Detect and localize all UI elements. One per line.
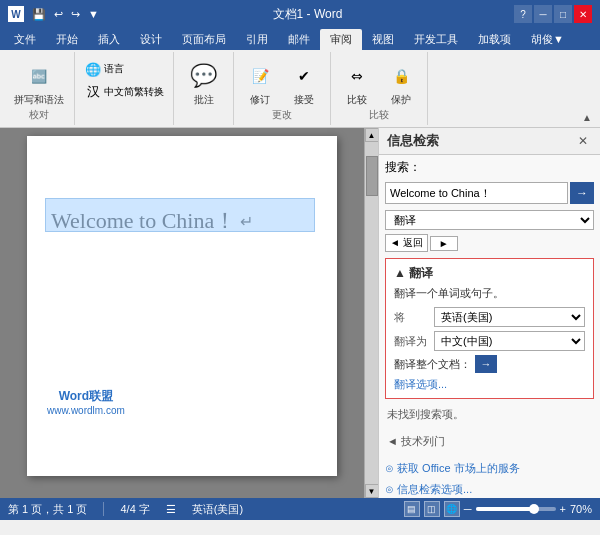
info-panel-header: 信息检索 ✕ [379, 128, 600, 155]
ribbon: 🔤 拼写和语法 校对 🌐 语言 汉 中文简繁转换 [0, 50, 600, 128]
search-go-button[interactable]: → [570, 182, 594, 204]
save-quick-btn[interactable]: 💾 [30, 6, 48, 23]
zoom-slider-track[interactable] [476, 507, 556, 511]
document-page: Welcome to China！ ↵ Word联盟 www.wordlm.co… [27, 136, 337, 476]
convert-btn[interactable]: 汉 中文简繁转换 [81, 81, 167, 103]
protect-btn[interactable]: 🔒 保护 [381, 58, 421, 108]
status-sep-1 [103, 502, 104, 516]
ribbon-group-change: 📝 修订 ✔ 接受 更改 [234, 52, 331, 125]
search-input[interactable] [385, 182, 568, 204]
translate-dropdown[interactable]: 翻译 词典 百科全书 [385, 210, 594, 230]
watermark-line1: Word联盟 [47, 388, 125, 405]
translate-section: ▲ 翻译 翻译一个单词或句子。 将 英语(美国) 中文(中国) 日语 翻译为 中… [385, 258, 594, 399]
language-icon: 🌐 [84, 60, 102, 78]
spelling-grammar-btn[interactable]: 🔤 拼写和语法 [10, 58, 68, 108]
translate-whole-row: 翻译整个文档： → [394, 355, 585, 373]
info-panel-title: 信息检索 [387, 132, 439, 150]
search-input-row: → [379, 180, 600, 208]
ribbon-collapse-btn[interactable]: ▲ [578, 110, 596, 125]
tab-mail[interactable]: 邮件 [278, 29, 320, 50]
tab-addins[interactable]: 加载项 [468, 29, 521, 50]
read-view-btn[interactable]: ◫ [424, 501, 440, 517]
print-view-btn[interactable]: ▤ [404, 501, 420, 517]
info-option-link[interactable]: ⊙ 信息检索选项... [379, 480, 600, 499]
info-status-text: 未找到搜索项。 [379, 403, 600, 426]
compare-btn[interactable]: ⇔ 比较 [337, 58, 377, 108]
tab-layout[interactable]: 页面布局 [172, 29, 236, 50]
doc-region: ▲ ▼ Welcome to China！ ↵ Word联盟 www.wordl… [0, 128, 378, 498]
window-title: 文档1 - Word [101, 6, 514, 23]
translate-to-row: 翻译为 中文(中国) 英语(美国) 日语 [394, 331, 585, 351]
scroll-thumb[interactable] [366, 156, 378, 196]
undo-quick-btn[interactable]: ↩ [52, 6, 65, 23]
ribbon-group-compare: ⇔ 比较 🔒 保护 比较 [331, 52, 428, 125]
status-bar: 第 1 页，共 1 页 4/4 字 ☰ 英语(美国) ▤ ◫ 🌐 ─ + 70% [0, 498, 600, 520]
nav-row: ◄ 返回 ► [379, 232, 600, 254]
nav-back-button[interactable]: ◄ 返回 [385, 234, 428, 252]
zoom-slider-thumb[interactable] [529, 504, 539, 514]
translate-whole-label: 翻译整个文档： [394, 357, 471, 372]
tab-user[interactable]: 胡俊▼ [521, 29, 574, 50]
tab-home[interactable]: 开始 [46, 29, 88, 50]
search-label: 搜索： [385, 159, 421, 176]
translate-desc: 翻译一个单词或句子。 [394, 286, 585, 301]
word-count: 4/4 字 [120, 502, 149, 517]
ribbon-group-lang: 🌐 语言 汉 中文简繁转换 [75, 52, 174, 125]
lang-indicator: 英语(美国) [192, 502, 243, 517]
word-app-icon: W [8, 6, 24, 22]
cursor-mark: ↵ [240, 212, 253, 231]
redo-quick-btn[interactable]: ↪ [69, 6, 82, 23]
info-panel: 信息检索 ✕ 搜索： → 翻译 词典 百科全书 ◄ 返回 ► ▲ 翻译 翻译一个… [378, 128, 600, 498]
quick-access-toolbar: 💾 ↩ ↪ ▼ [30, 6, 101, 23]
tab-design[interactable]: 设计 [130, 29, 172, 50]
info-divider-label: ◄ 技术列门 [379, 430, 600, 453]
tab-insert[interactable]: 插入 [88, 29, 130, 50]
more-quick-btn[interactable]: ▼ [86, 6, 101, 22]
compare-icon: ⇔ [341, 60, 373, 92]
document-text: Welcome to China！ ↵ [51, 206, 313, 236]
accept-btn[interactable]: ✔ 接受 [284, 58, 324, 108]
translate-section-title: ▲ 翻译 [394, 265, 585, 282]
track-icon: 📝 [244, 60, 276, 92]
translate-from-select[interactable]: 英语(美国) 中文(中国) 日语 [434, 307, 585, 327]
info-service-link[interactable]: ⊙ 获取 Office 市场上的服务 [379, 457, 600, 480]
info-panel-close-btn[interactable]: ✕ [574, 132, 592, 150]
close-button[interactable]: ✕ [574, 5, 592, 23]
web-view-btn[interactable]: 🌐 [444, 501, 460, 517]
page-count: 第 1 页，共 1 页 [8, 502, 87, 517]
ribbon-group-comment: 💬 批注 [174, 52, 234, 125]
translate-dropdown-row: 翻译 词典 百科全书 [379, 208, 600, 232]
window-controls: ? ─ □ ✕ [514, 5, 592, 23]
tab-refs[interactable]: 引用 [236, 29, 278, 50]
tab-file[interactable]: 文件 [4, 29, 46, 50]
ribbon-group-proofing: 🔤 拼写和语法 校对 [4, 52, 75, 125]
translate-go-button[interactable]: → [475, 355, 497, 373]
vertical-scrollbar[interactable]: ▲ ▼ [364, 128, 378, 498]
help-button[interactable]: ? [514, 5, 532, 23]
convert-icon: 汉 [84, 83, 102, 101]
minimize-button[interactable]: ─ [534, 5, 552, 23]
tab-view[interactable]: 视图 [362, 29, 404, 50]
scroll-down-btn[interactable]: ▼ [365, 484, 379, 498]
translate-options-link[interactable]: 翻译选项... [394, 377, 585, 392]
main-area: ▲ ▼ Welcome to China！ ↵ Word联盟 www.wordl… [0, 128, 600, 498]
search-label-row: 搜索： [379, 155, 600, 180]
document-area: Welcome to China！ ↵ Word联盟 www.wordlm.co… [0, 128, 364, 498]
tab-dev[interactable]: 开发工具 [404, 29, 468, 50]
zoom-slider-fill [476, 507, 532, 511]
edit-mode-icon: ☰ [166, 503, 176, 516]
zoom-plus-btn[interactable]: + [560, 503, 566, 515]
translate-to-select[interactable]: 中文(中国) 英语(美国) 日语 [434, 331, 585, 351]
translate-to-label: 翻译为 [394, 334, 430, 349]
scroll-up-btn[interactable]: ▲ [365, 128, 379, 142]
translate-from-row: 将 英语(美国) 中文(中国) 日语 [394, 307, 585, 327]
track-changes-btn[interactable]: 📝 修订 [240, 58, 280, 108]
maximize-button[interactable]: □ [554, 5, 572, 23]
zoom-level: 70% [570, 503, 592, 515]
translate-from-label: 将 [394, 310, 430, 325]
zoom-minus-btn[interactable]: ─ [464, 503, 472, 515]
language-btn[interactable]: 🌐 语言 [81, 58, 167, 80]
nav-fwd-button[interactable]: ► [430, 236, 458, 251]
comment-btn[interactable]: 💬 批注 [184, 58, 224, 108]
tab-review[interactable]: 审阅 [320, 29, 362, 50]
